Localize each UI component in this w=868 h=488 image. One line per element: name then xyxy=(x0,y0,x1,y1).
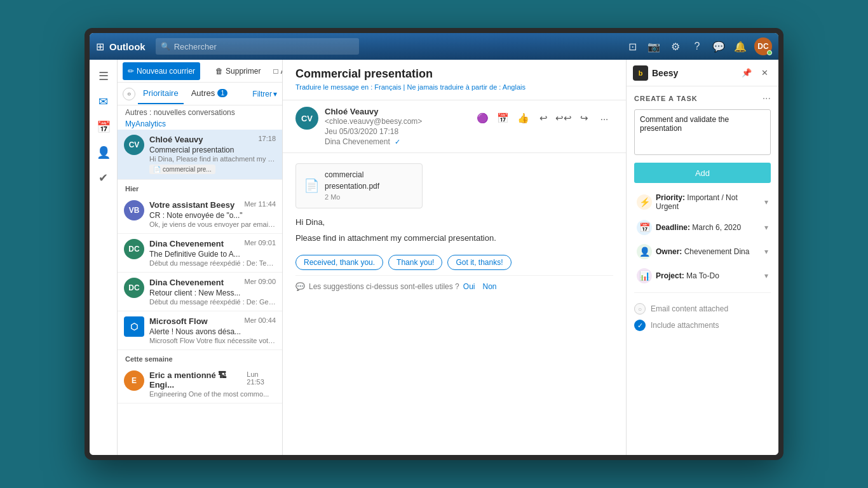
mail-item[interactable]: VB Votre assistant Beesy Mer 11:44 CR : … xyxy=(118,195,282,234)
email-title: Commercial presentation xyxy=(295,67,613,81)
avatar: VB xyxy=(124,200,144,220)
mail-preview: Début du message réexpédié : De: Team ..… xyxy=(149,259,276,267)
project-icon: 📊 xyxy=(637,268,652,283)
mail-preview: Engineering One of the most commo... xyxy=(149,390,276,398)
mail-item[interactable]: DC Dina Chevenement Mer 09:01 The Defini… xyxy=(118,234,282,273)
like-icon[interactable]: 👍 xyxy=(514,109,532,127)
mail-subject: Retour client : New Mess... xyxy=(149,288,276,297)
sidebar-mail-icon[interactable]: ✉ xyxy=(92,90,115,113)
archive-button[interactable]: □ Archiver xyxy=(268,62,283,80)
main-area: ☰ ✉ 📅 👤 ✔ ✏ Nouveau courrier 🗑 S xyxy=(90,60,778,455)
delete-button[interactable]: 🗑 Supprimer xyxy=(210,62,266,80)
email-view: Commercial presentation Traduire le mess… xyxy=(283,60,626,455)
close-icon[interactable]: ✕ xyxy=(757,65,772,81)
deadline-field[interactable]: 📅 Deadline: March 6, 2020 ▾ xyxy=(634,216,771,239)
forward-icon[interactable]: ↪ xyxy=(575,109,593,127)
unread-dot xyxy=(120,212,124,216)
mail-subject: The Definitive Guide to A... xyxy=(149,250,276,259)
grid-icon[interactable]: ⊞ xyxy=(96,41,104,53)
mail-time: Mer 09:00 xyxy=(244,278,276,287)
pin-icon[interactable]: 📌 xyxy=(739,65,754,81)
search-box[interactable]: 🔍 xyxy=(156,38,359,55)
mail-toolbar: ✏ Nouveau courrier 🗑 Supprimer □ Archive… xyxy=(118,60,282,83)
myanalytics-link[interactable]: MyAnalytics xyxy=(118,118,282,130)
task-textarea[interactable]: Comment and validate the presentation xyxy=(634,109,771,155)
filter-button[interactable]: Filtrer ▾ xyxy=(252,90,277,98)
sender-avatar: CV xyxy=(295,107,318,130)
suggestions-bar: 💬 Les suggestions ci-dessus sont-elles u… xyxy=(295,275,613,292)
suggestions-no[interactable]: Non xyxy=(482,281,496,292)
priority-icon: ⚡ xyxy=(637,194,652,210)
mail-content: Dina Chevenement Mer 09:00 Retour client… xyxy=(149,278,276,306)
owner-field[interactable]: 👤 Owner: Chevenement Dina ▾ xyxy=(634,240,771,263)
more-actions-icon[interactable]: ··· xyxy=(595,109,613,127)
sidebar-people-icon[interactable]: 👤 xyxy=(92,141,115,164)
from-email: <chloe.veauvy@beesy.com> xyxy=(325,117,422,126)
select-all-checkbox[interactable]: ○ xyxy=(123,88,135,100)
reply-icon[interactable]: ↩ xyxy=(534,109,552,127)
create-task-header: CREATE A TASK ··· xyxy=(634,93,771,104)
tab-priority[interactable]: Prioritaire xyxy=(138,84,184,104)
avatar: DC xyxy=(124,239,144,259)
avatar: ⬡ xyxy=(124,316,144,337)
delete-icon: 🗑 xyxy=(215,67,223,76)
deadline-label: Deadline: March 6, 2020 xyxy=(656,223,761,232)
email-attached-checkbox[interactable]: ○ xyxy=(634,303,646,315)
priority-field[interactable]: ⚡ Priority: Important / Not Urgent ▾ xyxy=(634,189,771,215)
mail-item[interactable]: ⬡ Microsoft Flow Mer 00:44 Alerte ! Nous… xyxy=(118,311,282,350)
search-icon: 🔍 xyxy=(161,42,170,51)
sidebar-calendar-icon[interactable]: 📅 xyxy=(92,116,115,139)
hamburger-menu[interactable]: ☰ xyxy=(92,65,115,88)
project-field[interactable]: 📊 Project: Ma To-Do ▾ xyxy=(634,264,771,287)
email-attached-option[interactable]: ○ Email content attached xyxy=(634,303,771,315)
avatar: DC xyxy=(124,278,144,298)
tab-others[interactable]: Autres 1 xyxy=(186,84,233,104)
include-attachments-checkbox[interactable]: ✓ xyxy=(634,320,646,331)
sidebar-tasks-icon[interactable]: ✔ xyxy=(92,166,115,189)
mail-subject: CR : Note envoyée de "o..." xyxy=(149,211,276,220)
mail-item[interactable]: DC Dina Chevenement Mer 09:00 Retour cli… xyxy=(118,273,282,311)
unread-dot xyxy=(120,251,124,255)
mail-time: Mer 00:44 xyxy=(244,316,276,326)
mail-item[interactable]: E Eric a mentionné 🏗 Engi... Lun 21:53 E… xyxy=(118,365,282,403)
mail-item[interactable]: CV Chloé Veauvy 17:18 Commercial present… xyxy=(118,130,282,180)
status-dot xyxy=(767,50,772,55)
unread-dot xyxy=(120,329,124,332)
camera-icon[interactable]: 📷 xyxy=(646,39,661,54)
email-body: 📄 commercial presentation.pdf 2 Mo Hi Di… xyxy=(283,153,626,455)
compose-icon: ✏ xyxy=(128,67,134,76)
add-task-button[interactable]: Add xyxy=(634,163,771,183)
settings-icon[interactable]: ⚙ xyxy=(668,39,683,54)
beesy-logo: b xyxy=(633,65,648,81)
new-mail-button[interactable]: ✏ Nouveau courrier xyxy=(123,62,200,80)
attachment-box[interactable]: 📄 commercial presentation.pdf 2 Mo xyxy=(295,163,423,208)
bell-icon[interactable]: 🔔 xyxy=(733,39,748,54)
feedback-icon[interactable]: 💬 xyxy=(711,39,726,54)
include-attachments-option[interactable]: ✓ Include attachments xyxy=(634,320,771,331)
reply-btn-1[interactable]: Received, thank you. xyxy=(295,255,383,270)
chevron-down-icon: ▾ xyxy=(764,271,768,280)
archive-icon: □ xyxy=(273,67,278,76)
mail-preview: Hi Dina, Please find in attachment my co… xyxy=(149,155,276,163)
attachment-name: commercial presentation.pdf xyxy=(325,169,414,192)
sender-name: Chloé Veauvy xyxy=(149,135,203,144)
mail-time: Lun 21:53 xyxy=(247,370,276,390)
task-fields: ⚡ Priority: Important / Not Urgent ▾ 📅 D… xyxy=(627,189,778,287)
teams-icon[interactable]: 🟣 xyxy=(473,109,491,127)
reply-btn-2[interactable]: Thank you! xyxy=(388,255,442,270)
user-avatar[interactable]: DC xyxy=(754,37,772,55)
suggestions-yes[interactable]: Oui xyxy=(463,281,475,292)
calendar-icon[interactable]: 📅 xyxy=(494,109,512,127)
owner-label: Owner: Chevenement Dina xyxy=(656,247,761,256)
unread-dot xyxy=(120,383,124,386)
reply-btn-3[interactable]: Got it, thanks! xyxy=(447,255,511,270)
share-icon[interactable]: ⊡ xyxy=(625,39,640,54)
beesy-header: b Beesy 📌 ✕ xyxy=(627,60,778,86)
task-more-icon[interactable]: ··· xyxy=(763,93,771,104)
search-input[interactable] xyxy=(174,42,354,51)
help-icon[interactable]: ? xyxy=(689,39,705,54)
reply-suggestions: Received, thank you. Thank you! Got it, … xyxy=(295,255,613,270)
reply-all-icon[interactable]: ↩↩ xyxy=(555,109,573,127)
chevron-down-icon: ▾ xyxy=(273,90,277,98)
mail-list: Autres : nouvelles conversations MyAnaly… xyxy=(118,105,282,455)
